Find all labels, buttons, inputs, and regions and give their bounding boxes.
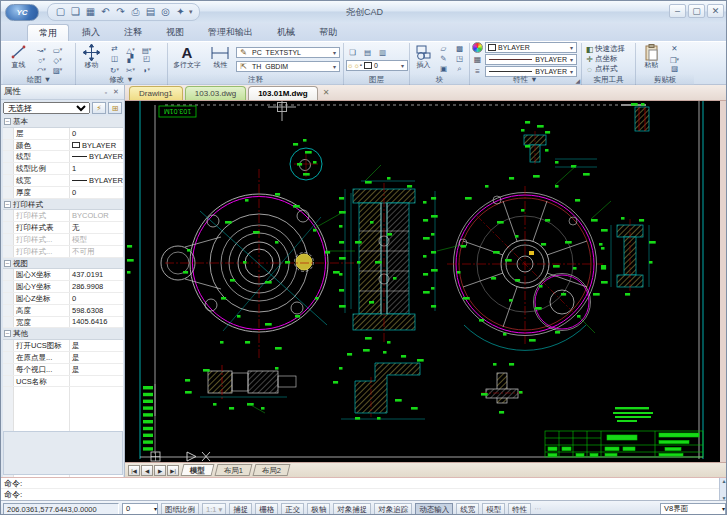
print-icon[interactable]: ⎙: [129, 5, 142, 19]
prop-row-layer[interactable]: 层0: [3, 128, 123, 140]
quick-select-button[interactable]: ◧ 快速选择: [584, 44, 633, 54]
copy-clip-button[interactable]: ❐▾: [667, 54, 682, 64]
rotate-tool-button[interactable]: ↻▾: [107, 64, 122, 74]
mtext-button[interactable]: A 多行文字: [170, 44, 204, 74]
layer-match-icon[interactable]: ▤: [361, 48, 374, 58]
attribute-button[interactable]: ▣: [436, 64, 451, 74]
prop-row-center-y[interactable]: 圆心Y坐标286.9908: [3, 281, 123, 293]
options-icon[interactable]: ✦: [174, 5, 187, 19]
dialog-launcher-icon[interactable]: ◢: [575, 77, 580, 84]
polyline-tool-button[interactable]: ↝▾: [34, 44, 49, 54]
toggle-snap[interactable]: 捕捉: [229, 503, 252, 515]
app-menu-button[interactable]: YC: [5, 4, 39, 21]
polygon-tool-button[interactable]: ◇▾: [50, 54, 65, 64]
rectangle-tool-button[interactable]: ▭▾: [50, 44, 65, 54]
edit-block-button[interactable]: ✎: [436, 54, 451, 64]
cut-button[interactable]: ✕: [667, 44, 682, 54]
block-zoom-button[interactable]: ⌕: [452, 64, 467, 74]
section-view[interactable]: –视图: [3, 258, 123, 270]
drawing-tab-1[interactable]: Drawing1: [129, 86, 183, 100]
section-plotstyle[interactable]: –打印样式: [3, 199, 123, 211]
tab-insert[interactable]: 插入: [71, 24, 111, 41]
new-file-icon[interactable]: ▢: [54, 5, 67, 19]
point-coordinate-button[interactable]: ✛ 点坐标: [584, 54, 633, 64]
prev-layout-button[interactable]: ◀: [141, 465, 153, 476]
fillet-tool-button[interactable]: △▾: [123, 44, 138, 54]
quick-select-filter-icon[interactable]: ⚡: [92, 102, 106, 114]
toggle-lineweight[interactable]: 线宽: [456, 503, 479, 515]
prop-row-center-x[interactable]: 圆心X坐标437.0191: [3, 269, 123, 281]
prop-row-ucs-name[interactable]: UCS名称: [3, 376, 123, 388]
prop-row-height[interactable]: 高度598.6308: [3, 305, 123, 317]
linetype-combo[interactable]: BYLAYER: [485, 54, 577, 65]
drawing-tab-2[interactable]: 103.03.dwg: [185, 86, 246, 100]
create-block-button[interactable]: ▱: [436, 44, 451, 54]
line-tool-button[interactable]: 直线: [5, 44, 32, 74]
paste-button[interactable]: 粘贴: [638, 44, 665, 74]
toggle-properties[interactable]: 特性: [508, 503, 531, 515]
match-properties-button[interactable]: ▨: [667, 64, 682, 74]
save-file-icon[interactable]: ▦: [84, 5, 97, 19]
circle-tool-button[interactable]: ○▾: [34, 54, 49, 64]
modify-group-label[interactable]: 修改 ▼: [76, 74, 167, 85]
selection-combo[interactable]: 无选择: [3, 102, 90, 114]
define-attr-button[interactable]: ▩: [452, 44, 467, 54]
tab-view[interactable]: 视图: [155, 24, 195, 41]
mirror-tool-button[interactable]: ⇄: [107, 44, 122, 54]
properties-group-label[interactable]: 特性 ▼: [470, 74, 581, 85]
maximize-button[interactable]: ▢: [688, 4, 705, 18]
tab-home[interactable]: 常用: [27, 24, 69, 41]
toggle-ortho[interactable]: 正交: [281, 503, 304, 515]
block-group-label[interactable]: 块: [410, 74, 469, 85]
ui-mode-combo[interactable]: V8界面: [660, 503, 726, 515]
linear-dim-button[interactable]: 线性: [206, 44, 234, 74]
next-layout-button[interactable]: ▶: [154, 465, 166, 476]
prop-row-linetype[interactable]: 线型BYLAYER: [3, 151, 123, 163]
erase-tool-button[interactable]: ◗▾: [139, 64, 154, 74]
first-layout-button[interactable]: |◀: [128, 465, 140, 476]
annotation-group-label[interactable]: 注释: [168, 74, 343, 85]
prop-row-color[interactable]: 颜色BYLAYER: [3, 140, 123, 152]
toggle-otrack[interactable]: 对象追踪: [374, 503, 412, 515]
layer-quick-combo[interactable]: 0: [122, 503, 158, 515]
toggle-grid[interactable]: 栅格: [255, 503, 278, 515]
layer-state-icon[interactable]: ▥: [376, 48, 389, 58]
text-style-combo[interactable]: ✎ PC_TEXTSTYL: [236, 47, 340, 58]
layer-combo[interactable]: ☼ ☼ ▪ 0: [346, 60, 408, 71]
prop-row-lineweight[interactable]: 线宽BYLAYER: [3, 175, 123, 187]
move-tool-button[interactable]: 移动: [78, 44, 105, 74]
pin-icon[interactable]: ▫: [101, 89, 111, 96]
drawing-tab-3-active[interactable]: 103.01M.dwg: [248, 86, 317, 100]
tab-manage-output[interactable]: 管理和输出: [197, 24, 264, 41]
panel-close-icon[interactable]: ✕: [111, 88, 121, 96]
tab-layout2[interactable]: 布局2: [253, 464, 291, 476]
block-icon-button[interactable]: ◳: [452, 54, 467, 64]
layers-group-label[interactable]: 图层: [344, 74, 409, 85]
drawing-canvas[interactable]: 103.01M: [125, 101, 720, 462]
layer-properties-icon[interactable]: ❏: [346, 48, 359, 58]
select-objects-icon[interactable]: ⊞: [108, 102, 122, 114]
dim-style-combo[interactable]: ⇱ TH_GBDIM: [236, 61, 340, 72]
tab-mechanical[interactable]: 机械: [266, 24, 306, 41]
redo-icon[interactable]: ↷: [114, 5, 127, 19]
paper-scale-button[interactable]: 图纸比例: [161, 503, 199, 515]
trim-tool-button[interactable]: ✂▾: [123, 64, 138, 74]
draw-group-label[interactable]: 绘图 ▼: [3, 74, 75, 85]
qat-more-icon[interactable]: ▾: [189, 8, 193, 16]
last-layout-button[interactable]: ▶|: [167, 465, 179, 476]
prop-row-plotstyletable[interactable]: 打印样式表无: [3, 222, 123, 234]
copy-tool-button[interactable]: ◫: [107, 54, 122, 64]
section-misc[interactable]: –其他: [3, 328, 123, 340]
tab-help[interactable]: 帮助: [308, 24, 348, 41]
prop-row-ucs-origin[interactable]: 在原点显...是: [3, 352, 123, 364]
offset-tool-button[interactable]: ▞: [123, 54, 138, 64]
prop-row-ltscale[interactable]: 线型比例1: [3, 163, 123, 175]
prop-row-ucs-icon[interactable]: 打开UCS图标是: [3, 340, 123, 352]
preview-icon[interactable]: ◎: [159, 5, 172, 19]
array-tool-button[interactable]: ▤▾: [139, 44, 154, 54]
point-style-button[interactable]: ◌ 点样式: [584, 64, 633, 74]
section-basic[interactable]: –基本: [3, 116, 123, 128]
toggle-dynamic-input[interactable]: 动态输入: [415, 503, 453, 515]
toggle-polar[interactable]: 极轴: [307, 503, 330, 515]
publish-icon[interactable]: ▤: [144, 5, 157, 19]
